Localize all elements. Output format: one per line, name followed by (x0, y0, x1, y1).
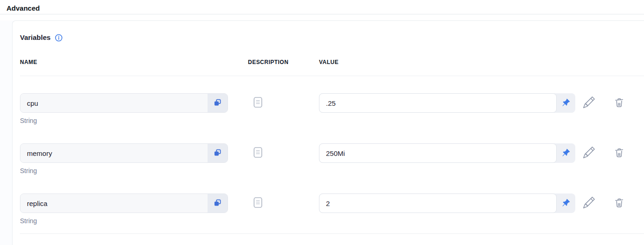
pin-button[interactable] (557, 193, 575, 213)
value-cell (319, 143, 644, 163)
variable-value-input[interactable] (319, 143, 557, 163)
note-icon (254, 147, 262, 159)
delete-button[interactable] (613, 197, 625, 210)
page-body: Variables NAME DESCRIPTION VALUE String (0, 20, 644, 245)
edit-button[interactable] (583, 97, 595, 110)
name-cell: String (20, 93, 228, 125)
variable-value-input[interactable] (319, 93, 557, 113)
pencil-icon (583, 97, 595, 110)
column-header-name: NAME (20, 59, 248, 66)
delete-button[interactable] (613, 97, 625, 110)
note-icon (254, 97, 262, 109)
page-title: Advanced (7, 4, 637, 13)
value-input-group (319, 143, 575, 163)
variable-row: String (20, 93, 644, 125)
variable-row: String (20, 193, 644, 225)
description-button[interactable] (254, 147, 262, 159)
copy-icon (213, 198, 222, 208)
copy-button[interactable] (208, 194, 228, 213)
copy-icon (213, 148, 222, 158)
name-cell: String (20, 143, 228, 175)
name-input-group (20, 93, 228, 113)
section-divider (20, 233, 644, 234)
name-input-group (20, 143, 228, 163)
edit-button[interactable] (583, 197, 595, 210)
page-header: Advanced (0, 0, 644, 14)
variable-name-input[interactable] (20, 194, 208, 213)
variable-type-label: String (20, 167, 228, 175)
info-icon[interactable] (55, 34, 63, 42)
variables-card: Variables NAME DESCRIPTION VALUE String (12, 20, 644, 245)
copy-icon (213, 98, 222, 108)
variable-name-input[interactable] (20, 144, 208, 162)
section-title-row: Variables (20, 33, 644, 42)
pin-button[interactable] (557, 143, 575, 163)
copy-button[interactable] (208, 144, 228, 162)
pencil-icon (583, 197, 595, 210)
pin-icon (562, 148, 570, 158)
name-input-group (20, 193, 228, 213)
column-headers: NAME DESCRIPTION VALUE (20, 59, 644, 76)
trash-icon (613, 197, 625, 210)
value-input-group (319, 193, 575, 213)
pin-icon (562, 98, 570, 108)
description-cell (248, 143, 319, 163)
description-cell (248, 193, 319, 213)
trash-icon (613, 97, 625, 110)
edit-button[interactable] (583, 147, 595, 160)
delete-button[interactable] (613, 147, 625, 160)
column-header-value: VALUE (319, 59, 644, 66)
pencil-icon (583, 147, 595, 160)
value-cell (319, 93, 644, 113)
column-header-description: DESCRIPTION (248, 59, 319, 66)
pin-icon (562, 199, 570, 208)
value-input-group (319, 93, 575, 113)
description-button[interactable] (254, 197, 262, 209)
note-icon (254, 197, 262, 209)
description-cell (248, 93, 319, 113)
section-title: Variables (20, 33, 51, 42)
variable-value-input[interactable] (319, 193, 557, 213)
description-button[interactable] (254, 97, 262, 109)
pin-button[interactable] (557, 93, 575, 113)
name-cell: String (20, 193, 228, 225)
value-cell (319, 193, 644, 213)
variable-row: String (20, 143, 644, 175)
variable-name-input[interactable] (20, 94, 208, 112)
trash-icon (613, 147, 625, 160)
variable-type-label: String (20, 117, 228, 125)
copy-button[interactable] (208, 94, 228, 112)
variable-type-label: String (20, 217, 228, 225)
